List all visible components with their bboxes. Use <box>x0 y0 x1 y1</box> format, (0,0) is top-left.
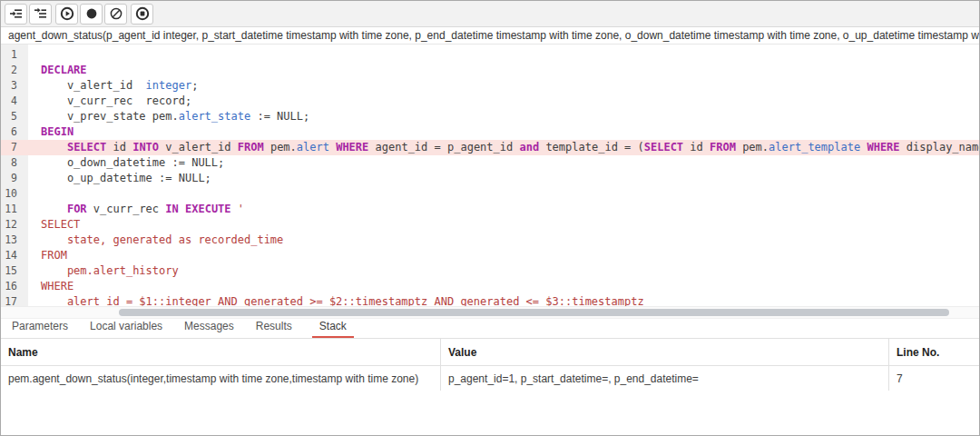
code-text: v_curr_rec record; <box>28 94 979 109</box>
column-header-line-no: Line No. <box>888 339 979 365</box>
code-text: o_up_datetime := NULL; <box>28 171 979 186</box>
tab-parameters[interactable]: Parameters <box>10 320 70 338</box>
code-text: DECLARE <box>28 63 979 78</box>
code-line[interactable]: 1 <box>1 47 979 63</box>
code-text: FROM <box>28 248 979 263</box>
continue-icon <box>60 6 74 21</box>
toggle-breakpoint-icon <box>84 6 99 21</box>
step-over-icon <box>34 6 48 21</box>
line-number: 9 <box>1 171 28 186</box>
step-into-button[interactable] <box>5 4 27 25</box>
line-number: 16 <box>1 279 28 294</box>
toggle-breakpoint-button[interactable] <box>80 4 103 25</box>
code-editor[interactable]: 12DECLARE3 v_alert_id integer;4 v_curr_r… <box>1 45 979 318</box>
stack-frame-row[interactable]: pem.agent_down_status(integer,timestamp … <box>1 365 979 391</box>
line-number: 4 <box>1 94 28 109</box>
line-number: 12 <box>1 217 28 233</box>
line-number: 15 <box>1 263 28 279</box>
code-line[interactable]: 10 <box>1 186 979 202</box>
code-line[interactable]: 9 o_up_datetime := NULL; <box>1 171 979 186</box>
tab-messages[interactable]: Messages <box>182 320 236 338</box>
code-line[interactable]: 11 FOR v_curr_rec IN EXECUTE ' <box>1 202 979 217</box>
line-number: 8 <box>1 155 28 171</box>
step-into-icon <box>9 6 24 21</box>
code-line[interactable]: 7 SELECT id INTO v_alert_id FROM pem.ale… <box>1 140 979 155</box>
code-text: o_down_datetime := NULL; <box>28 155 979 171</box>
step-over-button[interactable] <box>29 4 52 25</box>
line-number: 1 <box>1 47 28 63</box>
code-text: BEGIN <box>28 124 979 140</box>
line-number: 10 <box>1 186 28 202</box>
column-header-name: Name <box>1 339 440 365</box>
empty-area <box>1 391 979 435</box>
line-number: 14 <box>1 248 28 263</box>
code-text <box>28 186 979 202</box>
stop-icon <box>135 6 150 21</box>
code-line[interactable]: 2DECLARE <box>1 63 979 78</box>
code-line[interactable]: 15 pem.alert_history <box>1 263 979 279</box>
code-text: state, generated as recorded_time <box>28 233 979 248</box>
horizontal-scrollbar-thumb[interactable] <box>119 309 949 316</box>
code-line[interactable]: 6BEGIN <box>1 124 979 140</box>
stack-table-header: Name Value Line No. <box>1 338 979 365</box>
tab-stack[interactable]: Stack <box>312 320 354 338</box>
stack-frame-value: p_agent_id=1, p_start_datetime=, p_end_d… <box>440 366 888 391</box>
code-text: pem.alert_history <box>28 263 979 279</box>
stack-frame-name: pem.agent_down_status(integer,timestamp … <box>1 366 440 391</box>
stop-button[interactable] <box>131 4 153 25</box>
code-lines: 12DECLARE3 v_alert_id integer;4 v_curr_r… <box>1 45 979 310</box>
bottom-panel-tabs: Parameters Local variables Messages Resu… <box>1 318 979 338</box>
line-number: 13 <box>1 233 28 248</box>
code-line[interactable]: 16WHERE <box>1 279 979 294</box>
tab-results[interactable]: Results <box>254 320 294 338</box>
code-text: SELECT id INTO v_alert_id FROM pem.alert… <box>28 140 979 155</box>
debugger-toolbar <box>1 1 979 27</box>
stack-frame-line-no: 7 <box>888 366 979 391</box>
code-line[interactable]: 12SELECT <box>1 217 979 233</box>
line-number: 7 <box>1 140 28 155</box>
code-line[interactable]: 8 o_down_datetime := NULL; <box>1 155 979 171</box>
code-text: SELECT <box>28 217 979 233</box>
column-header-value: Value <box>440 339 888 365</box>
code-line[interactable]: 3 v_alert_id integer; <box>1 78 979 94</box>
horizontal-scrollbar[interactable] <box>1 306 979 318</box>
code-text <box>28 47 979 63</box>
clear-breakpoints-button[interactable] <box>104 4 127 25</box>
line-number: 11 <box>1 202 28 217</box>
debugger-window: agent_down_status(p_agent_id integer, p_… <box>0 0 980 436</box>
code-text: WHERE <box>28 279 979 294</box>
code-line[interactable]: 5 v_prev_state pem.alert_state := NULL; <box>1 109 979 124</box>
code-line[interactable]: 13 state, generated as recorded_time <box>1 233 979 248</box>
stack-table: Name Value Line No. pem.agent_down_statu… <box>1 338 979 435</box>
line-number: 3 <box>1 78 28 94</box>
continue-button[interactable] <box>55 4 78 25</box>
code-text: FOR v_curr_rec IN EXECUTE ' <box>28 202 979 217</box>
line-number: 17 <box>1 294 28 310</box>
line-number: 2 <box>1 63 28 78</box>
code-text: v_prev_state pem.alert_state := NULL; <box>28 109 979 124</box>
line-number: 6 <box>1 124 28 140</box>
tab-local-variables[interactable]: Local variables <box>88 320 164 338</box>
code-text: v_alert_id integer; <box>28 78 979 94</box>
clear-breakpoints-icon <box>109 6 123 21</box>
code-line[interactable]: 14FROM <box>1 248 979 263</box>
function-signature: agent_down_status(p_agent_id integer, p_… <box>1 27 979 45</box>
code-line[interactable]: 4 v_curr_rec record; <box>1 94 979 109</box>
line-number: 5 <box>1 109 28 124</box>
